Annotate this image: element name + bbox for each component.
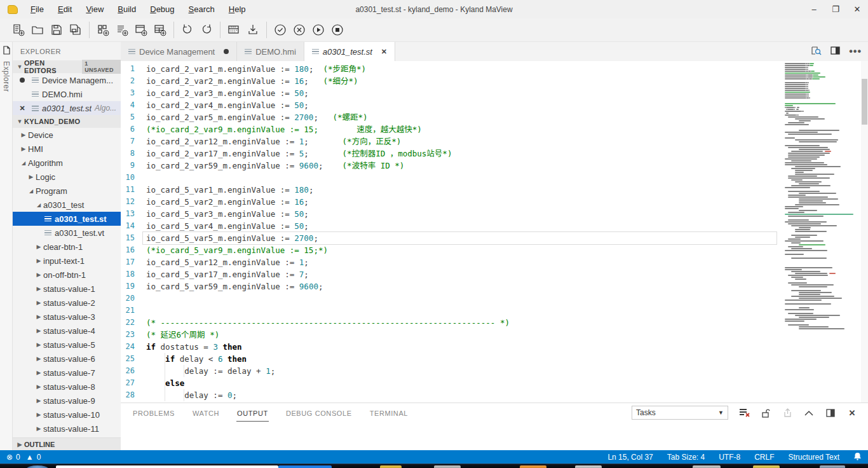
outline-header[interactable]: ▶ OUTLINE (13, 437, 121, 450)
panel-tab-problems[interactable]: PROBLEMS (132, 404, 175, 421)
taskbar-app-icon[interactable] (575, 465, 602, 468)
save-all-button[interactable] (66, 22, 85, 38)
code-line-12[interactable]: 12io_card_5_var2_m.enginValue := 16; (121, 196, 782, 208)
undo-button[interactable] (178, 22, 197, 38)
sidebar-item-input-text-1[interactable]: ▶input-text-1 (13, 254, 121, 268)
panel-tab-watch[interactable]: WATCH (192, 404, 220, 421)
variable-table-button[interactable] (224, 22, 243, 38)
taskbar-app-icon[interactable] (380, 465, 402, 468)
taskbar-search-button[interactable] (278, 465, 332, 468)
menu-edit[interactable]: Edit (51, 2, 78, 17)
open-editor-item[interactable]: DEMO.hmi (13, 87, 121, 101)
menu-file[interactable]: File (24, 2, 50, 17)
new-program-button[interactable] (112, 22, 132, 38)
clear-output-icon[interactable] (738, 407, 750, 418)
export-icon[interactable] (782, 407, 793, 418)
windows-taskbar[interactable] (0, 464, 868, 468)
code-area[interactable]: 1io_card_2_var1_m.enginValue := 180; (*步… (121, 61, 782, 403)
status-item[interactable]: Ln 15, Col 37 (607, 453, 653, 462)
menu-view[interactable]: View (79, 2, 110, 17)
status-item[interactable]: UTF-8 (719, 453, 740, 462)
close-icon[interactable]: ✕ (381, 48, 387, 56)
panel-layout-icon[interactable] (825, 407, 836, 418)
open-editor-item[interactable]: ✕a0301_test.stAlgo... (13, 101, 121, 115)
panel-tab-debug-console[interactable]: DEBUG CONSOLE (285, 404, 353, 421)
code-line-11[interactable]: 11io_card_5_var1_m.enginValue := 180; (121, 184, 782, 196)
restore-button[interactable]: ❐ (825, 0, 846, 18)
split-editor-icon[interactable] (831, 46, 840, 57)
start-button[interactable] (27, 465, 48, 468)
sidebar-item-status-value-5[interactable]: ▶status-value-5 (13, 338, 121, 352)
sidebar-item-a0301_test.st[interactable]: a0301_test.st (13, 212, 121, 226)
code-line-7[interactable]: 7io_card_2_var12_m.enginValue := 1; (*方向… (121, 135, 782, 148)
panel-tab-output[interactable]: OUTPUT (236, 404, 269, 422)
code-line-24[interactable]: 24if dostatus = 3 then (121, 341, 782, 353)
more-actions-icon[interactable]: ••• (849, 46, 862, 57)
sidebar-item-Logic[interactable]: ▶Logic (13, 170, 121, 184)
cancel-button[interactable] (290, 22, 309, 38)
project-header[interactable]: ▼ KYLAND_DEMO (13, 115, 121, 128)
close-button[interactable]: ✕ (846, 0, 868, 18)
sidebar-item-status-value-1[interactable]: ▶status-value-1 (13, 282, 121, 296)
menu-build[interactable]: Build (111, 2, 142, 17)
vertical-scrollbar[interactable] (861, 61, 868, 403)
run-button[interactable] (309, 22, 328, 38)
sidebar-item-status-value-4[interactable]: ▶status-value-4 (13, 324, 121, 338)
scrollbar-thumb[interactable] (862, 79, 867, 125)
code-line-1[interactable]: 1io_card_2_var1_m.enginValue := 180; (*步… (121, 63, 782, 75)
code-line-26[interactable]: 26 delay := delay + 1; (121, 365, 782, 377)
code-line-27[interactable]: 27 else (121, 377, 782, 389)
sidebar-item-status-value-9[interactable]: ▶status-value-9 (13, 394, 121, 408)
code-line-10[interactable]: 10 (121, 172, 782, 184)
taskbar-app-icon[interactable] (520, 465, 546, 468)
tab-DEMO.hmi[interactable]: DEMO.hmi (237, 42, 304, 61)
status-item[interactable]: Tab Size: 4 (667, 453, 705, 462)
code-line-16[interactable]: 16(*io_card_5_var9_m.enginValue := 15;*) (121, 244, 782, 256)
panel-tab-terminal[interactable]: TERMINAL (369, 404, 409, 421)
open-project-button[interactable] (28, 22, 47, 38)
output-channel-select[interactable]: Tasks ▼ (632, 406, 728, 420)
check-button[interactable] (271, 22, 290, 38)
menu-debug[interactable]: Debug (144, 2, 180, 17)
close-icon[interactable]: ✕ (19, 104, 25, 113)
code-line-28[interactable]: 28 delay := 0; (121, 389, 782, 401)
menu-search[interactable]: Search (182, 2, 221, 17)
unlock-icon[interactable] (760, 407, 771, 418)
sidebar-item-Device[interactable]: ▶Device (13, 128, 121, 142)
code-line-23[interactable]: 23(* 延迟6个周期 *) (121, 329, 782, 341)
sidebar-item-a0301_test[interactable]: ◢a0301_test (13, 198, 121, 212)
code-line-19[interactable]: 19io_card_5_var59_m.enginValue := 9600; (121, 280, 782, 292)
taskbar-app-icon[interactable] (434, 465, 461, 468)
redo-button[interactable] (197, 22, 216, 38)
code-line-15[interactable]: 15io_card_5_var5_m.enginValue := 2700; (121, 232, 782, 244)
code-line-6[interactable]: 6(*io_card_2_var9_m.enginValue := 15; 速度… (121, 123, 782, 135)
maximize-panel-icon[interactable] (803, 407, 815, 418)
taskbar-app-icon[interactable] (820, 465, 845, 468)
sidebar-item-status-value-2[interactable]: ▶status-value-2 (13, 296, 121, 310)
code-line-9[interactable]: 9io_card_2_var59_m.enginValue := 9600; (… (121, 160, 782, 172)
new-variable-table-button[interactable] (151, 22, 170, 38)
close-editor-icon[interactable]: ✕ (13, 104, 32, 113)
new-project-button[interactable] (9, 22, 28, 38)
close-panel-icon[interactable]: ✕ (846, 407, 858, 418)
sidebar-item-status-value-7[interactable]: ▶status-value-7 (13, 366, 121, 380)
download-button[interactable] (243, 22, 262, 38)
new-device-button[interactable] (93, 22, 112, 38)
taskbar-app-icon[interactable] (753, 465, 780, 468)
sidebar-item-status-value-10[interactable]: ▶status-value-10 (13, 408, 121, 422)
sidebar-item-Program[interactable]: ◢Program (13, 184, 121, 198)
save-button[interactable] (47, 22, 66, 38)
status-item[interactable]: CRLF (754, 453, 774, 462)
code-line-13[interactable]: 13io_card_5_var3_m.enginValue := 50; (121, 208, 782, 220)
taskbar-search-box[interactable] (56, 465, 278, 468)
code-line-18[interactable]: 18io_card_5_var17_m.enginValue := 7; (121, 268, 782, 280)
sidebar-item-on-off-btn-1[interactable]: ▶on-off-btn-1 (13, 268, 121, 282)
code-line-17[interactable]: 17io_card_5_var12_m.enginValue := 1; (121, 256, 782, 268)
code-line-5[interactable]: 5io_card_2_var5_m.enginValue := 2700; (*… (121, 111, 782, 123)
code-line-21[interactable]: 21 (121, 305, 782, 317)
sidebar-item-status-value-6[interactable]: ▶status-value-6 (13, 352, 121, 366)
taskbar-app-icon[interactable] (693, 465, 721, 468)
sidebar-item-status-value-11[interactable]: ▶status-value-11 (13, 422, 121, 436)
minimize-button[interactable]: – (803, 0, 825, 18)
code-line-14[interactable]: 14io_card_5_var4_m.enginValue := 50; (121, 220, 782, 232)
